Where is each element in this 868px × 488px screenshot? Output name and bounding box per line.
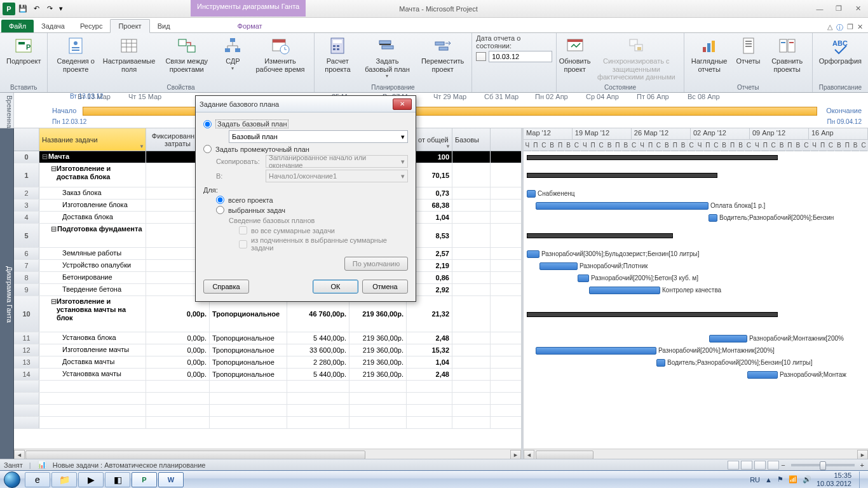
fixed-cost-cell[interactable]: 0,00р. — [146, 332, 210, 344]
table-row[interactable]: 13Доставка мачты0,00р.Тропорциональное2 … — [14, 356, 521, 369]
baseline-cost-cell[interactable]: 219 360,00р. — [349, 369, 407, 380]
taskbar-wmp[interactable]: ▶ — [78, 472, 104, 487]
radio-set-interim-label[interactable]: Задать промежуточный план — [215, 146, 309, 153]
basework-cell[interactable] — [452, 212, 491, 223]
basework-cell[interactable] — [452, 163, 491, 187]
subproject-button[interactable]: P Подпроект — [4, 34, 43, 67]
scroll-thumb[interactable] — [25, 451, 365, 459]
restore-ribbon-icon[interactable]: ❐ — [847, 23, 853, 32]
gantt-task-bar[interactable]: Оплата блока[1 р.] — [536, 202, 709, 210]
tab-project[interactable]: Проект — [110, 19, 149, 33]
task-name-cell[interactable]: Установка блока — [39, 332, 146, 344]
baseline-cost-cell[interactable]: 219 360,00р. — [349, 332, 407, 344]
row-id[interactable]: 11 — [14, 332, 39, 344]
radio-set-interim[interactable] — [203, 145, 212, 153]
basework-cell[interactable] — [452, 284, 491, 295]
select-all-corner[interactable] — [14, 128, 39, 151]
task-name-cell[interactable]: Твердение бетона — [39, 284, 146, 295]
redo-button[interactable]: ↷ — [44, 3, 55, 15]
zoom-slider[interactable] — [791, 464, 855, 466]
view-usage-button[interactable] — [741, 461, 752, 470]
row-id[interactable]: 5 — [14, 224, 39, 247]
undo-button[interactable]: ↶ — [31, 3, 42, 15]
close-window-button[interactable]: ✕ — [850, 3, 865, 15]
compare-projects-button[interactable]: Сравнить проекты — [766, 34, 808, 74]
row-id[interactable]: 9 — [14, 284, 39, 295]
basework-cell[interactable] — [452, 332, 491, 344]
basework-cell[interactable] — [452, 344, 491, 356]
total-cost-cell[interactable]: 5 440,00р. — [287, 332, 349, 344]
task-name-cell[interactable]: Бетонирование — [39, 272, 146, 283]
tray-network-icon[interactable]: 📶 — [789, 475, 797, 484]
radio-for-selected[interactable] — [216, 206, 224, 214]
view-gantt-button[interactable] — [728, 461, 739, 470]
gantt-task-bar[interactable]: Разнорабочий[200%];Бетон[3 куб. м] — [578, 274, 589, 282]
row-id[interactable]: 13 — [14, 356, 39, 368]
calendar-small-icon[interactable] — [476, 52, 486, 61]
basework-cell[interactable] — [452, 200, 491, 211]
gantt-task-bar[interactable]: Разнорабочий;Монтаж — [747, 371, 778, 379]
reports-button[interactable]: Отчеты — [735, 34, 763, 67]
task-name-cell[interactable]: ⊟ Мачта — [39, 151, 146, 163]
total-cost-cell[interactable]: 33 600,00р. — [287, 344, 349, 356]
tray-volume-icon[interactable]: 🔊 — [803, 475, 811, 484]
tab-format[interactable]: Формат — [230, 20, 270, 32]
custom-fields-button[interactable]: Настраиваемые поля — [104, 34, 154, 74]
basework-cell[interactable] — [452, 224, 491, 247]
fixed-cost-cell[interactable]: 0,00р. — [146, 344, 210, 356]
baseline-cost-cell[interactable]: 219 360,00р. — [349, 344, 407, 356]
timeline-bar[interactable] — [83, 107, 817, 116]
outline-toggle-icon[interactable]: ⊟ — [51, 297, 57, 306]
view-resource-button[interactable] — [768, 461, 779, 470]
timeline-body[interactable]: Вт 13.03.12 Вт 13 МарЧт 15 Мар25 МарВт 2… — [14, 93, 868, 128]
row-id[interactable]: 10 — [14, 296, 39, 332]
row-id[interactable]: 2 — [14, 187, 39, 199]
tab-view[interactable]: Вид — [150, 20, 178, 32]
help-icon[interactable]: ⓘ — [836, 23, 843, 32]
col-basework[interactable]: Базовы — [452, 128, 491, 151]
radio-for-all-label[interactable]: всего проекта — [228, 196, 273, 204]
task-name-cell[interactable]: Доставка мачты — [39, 356, 146, 368]
spelling-button[interactable]: ABCОрфография — [817, 34, 864, 67]
gantt-timescale[interactable]: Мар '1219 Мар '1226 Мар '1202 Апр '1209 … — [524, 128, 868, 151]
task-name-cell[interactable]: ⊟ Изготовление и установка мачты на блок — [39, 296, 146, 332]
gantt-task-bar[interactable]: Снабжененц — [527, 190, 536, 198]
cancel-button[interactable]: Отмена — [362, 280, 408, 294]
gantt-summary-bar[interactable] — [527, 233, 673, 238]
task-name-cell[interactable]: Изготовление мачты — [39, 344, 146, 356]
taskbar-ie[interactable]: e — [25, 472, 50, 487]
task-name-cell[interactable]: Установвка мачты — [39, 369, 146, 380]
timeline-side-label[interactable]: Временная — [0, 93, 14, 128]
accrual-cell[interactable]: Тропорциональное — [210, 356, 287, 368]
close-doc-icon[interactable]: ✕ — [857, 23, 863, 32]
radio-set-baseline-label[interactable]: Задать базовый план — [215, 119, 288, 128]
gantt-task-bar[interactable]: Водитель;Разнорабочий[200%];Бензин — [709, 214, 717, 222]
basework-cell[interactable] — [452, 356, 491, 368]
outline-toggle-icon[interactable]: ⊟ — [51, 225, 57, 233]
taskbar-explorer[interactable]: 📁 — [51, 472, 77, 487]
ribbon-minimize-icon[interactable]: △ — [827, 23, 832, 32]
row-id[interactable]: 8 — [14, 272, 39, 283]
table-row[interactable] — [14, 381, 521, 393]
task-name-cell[interactable]: ⊟ Подготовка фундамента — [39, 224, 146, 247]
ok-button[interactable]: ОК — [313, 280, 358, 294]
tray-clock[interactable]: 15:35 10.03.2012 — [817, 471, 854, 487]
table-row[interactable] — [14, 393, 521, 405]
minimize-button[interactable]: — — [812, 3, 827, 15]
gantt-summary-bar[interactable] — [527, 155, 778, 160]
baseline-combo[interactable]: Базовый план▾ — [229, 130, 408, 143]
basework-cell[interactable] — [452, 296, 491, 332]
project-links-button[interactable]: Связи между проектами — [158, 34, 215, 74]
app-icon[interactable]: P — [3, 3, 15, 15]
task-name-cell[interactable]: Изготовление блока — [39, 200, 146, 211]
total-cost-cell[interactable]: 2 280,00р. — [287, 356, 349, 368]
task-name-cell[interactable]: Доставка блока — [39, 212, 146, 223]
project-info-button[interactable]: Сведения о проекте — [51, 34, 100, 74]
outline-toggle-icon[interactable]: ⊟ — [51, 165, 57, 173]
qat-customize[interactable]: ▾ — [57, 3, 65, 15]
zoom-in-button[interactable]: + — [860, 461, 864, 469]
visual-reports-button[interactable]: Наглядные отчеты — [688, 34, 731, 74]
basework-cell[interactable] — [452, 369, 491, 380]
gantt-scroll-thumb[interactable] — [536, 451, 593, 459]
table-row[interactable]: 14Установвка мачты0,00р.Тропорциональное… — [14, 369, 521, 381]
